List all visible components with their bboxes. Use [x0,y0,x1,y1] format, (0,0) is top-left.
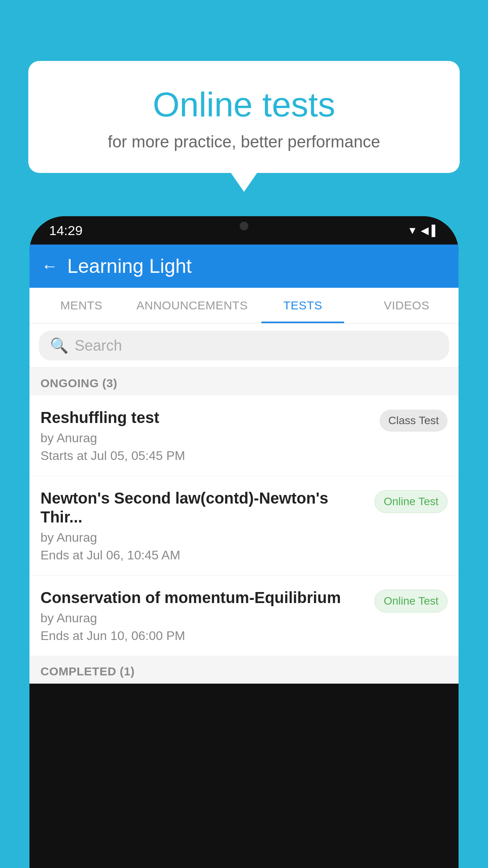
app-bar: ← Learning Light [29,245,459,288]
phone-notch [213,216,275,236]
phone-frame: 14:29 ▼ ◀ ▌ ← Learning Light MENTS ANNOU… [29,216,459,868]
app-bar-title: Learning Light [67,255,192,278]
wifi-icon: ▼ [407,224,418,237]
test-item-time: Ends at Jun 10, 06:00 PM [40,629,367,643]
test-item-left: Conservation of momentum-Equilibrium by … [40,588,374,643]
test-item[interactable]: Newton's Second law(contd)-Newton's Thir… [29,476,459,576]
search-bar[interactable]: 🔍 Search [39,331,449,360]
tab-videos[interactable]: VIDEOS [355,288,459,323]
tab-ments[interactable]: MENTS [29,288,133,323]
test-item-by: by Anurag [40,611,367,625]
status-time: 14:29 [49,223,83,238]
test-item[interactable]: Conservation of momentum-Equilibrium by … [29,576,459,656]
test-badge: Class Test [380,410,448,432]
test-item-name: Newton's Second law(contd)-Newton's Thir… [40,489,367,526]
test-item[interactable]: Reshuffling test by Anurag Starts at Jul… [29,395,459,476]
test-item-by: by Anurag [40,530,367,545]
search-icon: 🔍 [50,337,68,354]
test-item-time: Starts at Jul 05, 05:45 PM [40,449,372,463]
test-item-left: Newton's Second law(contd)-Newton's Thir… [40,489,374,563]
tab-tests[interactable]: TESTS [251,288,354,323]
completed-section-label: COMPLETED (1) [29,656,459,684]
test-item-name: Reshuffling test [40,408,372,427]
speech-bubble-title: Online tests [48,85,440,125]
signal-icon: ◀ [421,224,429,237]
test-item-left: Reshuffling test by Anurag Starts at Jul… [40,408,380,463]
status-icons: ▼ ◀ ▌ [407,224,439,237]
tabs-container: MENTS ANNOUNCEMENTS TESTS VIDEOS [29,288,459,324]
speech-bubble-subtitle: for more practice, better performance [48,132,440,151]
test-item-name: Conservation of momentum-Equilibrium [40,588,367,607]
phone-camera [240,222,248,230]
search-bar-container: 🔍 Search [29,324,459,368]
battery-icon: ▌ [432,224,439,237]
test-badge: Online Test [374,490,448,513]
test-badge: Online Test [374,590,448,612]
back-button[interactable]: ← [41,257,58,276]
status-bar: 14:29 ▼ ◀ ▌ [29,216,459,245]
test-item-by: by Anurag [40,431,372,445]
tab-announcements[interactable]: ANNOUNCEMENTS [133,288,251,323]
speech-bubble: Online tests for more practice, better p… [28,61,460,173]
test-item-time: Ends at Jul 06, 10:45 AM [40,548,367,563]
search-input[interactable]: Search [75,337,122,354]
ongoing-section-label: ONGOING (3) [29,368,459,395]
